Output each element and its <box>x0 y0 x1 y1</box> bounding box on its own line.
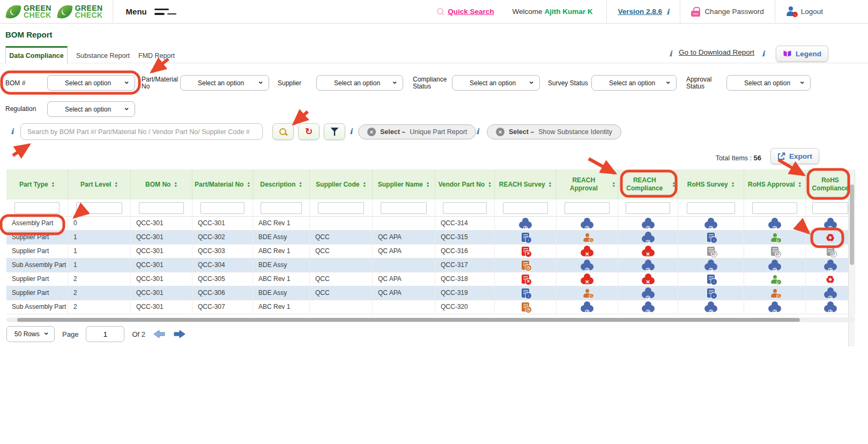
sort-icon[interactable]: ▲▼ <box>798 181 802 188</box>
doc-na-icon[interactable] <box>707 247 715 256</box>
vertical-scrollbar-thumb[interactable] <box>850 184 854 265</box>
show-substance-identity-toggle[interactable]: × Select – Show Substance Identity <box>487 124 621 139</box>
approver-pending-icon[interactable] <box>583 233 592 242</box>
approver-approved-icon[interactable] <box>770 233 780 242</box>
sort-icon[interactable]: ▲▼ <box>51 181 55 188</box>
cell-rohs-approval[interactable] <box>744 272 806 286</box>
info-icon[interactable]: i <box>762 49 765 58</box>
tab-substance-report[interactable]: Substance Report <box>76 52 130 60</box>
cell-reach-approval[interactable] <box>557 217 618 230</box>
cell-reach-survey[interactable] <box>495 217 557 230</box>
cell-reach-approval[interactable] <box>557 258 618 272</box>
legend-button[interactable]: Legend <box>776 46 828 62</box>
cloud-rejected-icon[interactable] <box>642 277 655 284</box>
column-header-supplier-name[interactable]: Supplier Name▲▼ <box>373 169 435 199</box>
info-icon[interactable]: i <box>11 127 13 136</box>
column-filter-input-rohs-compliance[interactable] <box>812 202 848 214</box>
search-button[interactable] <box>272 123 294 140</box>
column-filter-input-supplier-code[interactable] <box>318 202 364 214</box>
cell-reach-survey[interactable] <box>495 231 557 244</box>
cloud-rejected-icon[interactable] <box>581 277 593 284</box>
column-header-description[interactable]: Description▲▼ <box>253 169 310 199</box>
sort-icon[interactable]: ▲▼ <box>548 181 552 188</box>
doc-rejected-icon[interactable] <box>522 275 529 284</box>
cloud-rejected-icon[interactable] <box>581 249 593 256</box>
cell-reach-survey[interactable] <box>495 272 557 286</box>
info-icon[interactable]: i <box>350 127 352 136</box>
greencheck-logo[interactable]: GREEN CHECK <box>5 4 51 20</box>
column-filter-input-part-level[interactable] <box>76 202 122 214</box>
page-number-input[interactable] <box>86 326 124 342</box>
cloud-pending-icon[interactable] <box>581 305 593 312</box>
cloud-pending-icon[interactable] <box>768 263 781 270</box>
version-link[interactable]: Version 2.8.6 <box>618 8 662 16</box>
cloud-pending-icon[interactable] <box>768 221 781 228</box>
supplier-select-control[interactable]: Select an option <box>316 75 403 91</box>
column-header-rohs-survey[interactable]: RoHS Survey▲▼ <box>678 169 744 199</box>
cell-reach-approval[interactable] <box>557 245 618 258</box>
cell-reach-compliance[interactable] <box>618 231 678 244</box>
column-filter-input-reach-compliance[interactable] <box>626 202 670 214</box>
rows-per-page-control[interactable]: 50 Rows <box>6 326 55 342</box>
doc-received-icon[interactable] <box>522 233 529 242</box>
regulation-select[interactable]: Select an option <box>47 101 135 117</box>
cloud-pending-icon[interactable] <box>768 305 781 312</box>
cloud-pending-icon[interactable] <box>824 221 837 228</box>
cell-reach-compliance[interactable] <box>618 217 678 230</box>
cell-reach-compliance[interactable] <box>618 258 678 272</box>
column-filter-input-supplier-name[interactable] <box>381 202 427 214</box>
column-header-vendor-part-no[interactable]: Vendor Part No▲▼ <box>435 169 495 199</box>
refresh-button[interactable] <box>298 123 320 140</box>
cloud-pending-icon[interactable] <box>704 221 717 228</box>
column-header-part-material-no[interactable]: Part/Material No▲▼ <box>192 169 253 199</box>
doc-pending-icon[interactable] <box>522 302 529 312</box>
tab-fmd-report[interactable]: FMD Report <box>138 52 175 60</box>
quick-search-link[interactable]: Quick Search <box>437 8 494 16</box>
horizontal-scrollbar-thumb[interactable] <box>17 318 800 322</box>
filter-button[interactable] <box>324 123 345 140</box>
sort-icon[interactable]: ▲▼ <box>362 181 366 188</box>
cloud-pending-icon[interactable] <box>642 291 655 298</box>
search-input[interactable] <box>20 123 263 140</box>
cloud-pending-icon[interactable] <box>704 263 717 270</box>
column-header-reach-approval[interactable]: REACH Approval▲▼ <box>557 169 618 199</box>
compliance-status-select[interactable]: Select an option <box>452 75 540 91</box>
approval-status-select[interactable]: Select an option <box>726 75 811 91</box>
cloud-pending-icon[interactable] <box>581 221 593 228</box>
column-filter-input-reach-survey[interactable] <box>503 202 548 214</box>
cell-rohs-survey[interactable] <box>678 245 744 258</box>
cell-reach-approval[interactable] <box>557 272 618 286</box>
cell-rohs-approval[interactable] <box>744 217 806 230</box>
cell-reach-survey[interactable] <box>495 258 557 272</box>
sort-icon[interactable]: ▲▼ <box>672 181 676 188</box>
column-filter-input-rohs-approval[interactable] <box>752 202 797 214</box>
recycle-icon[interactable] <box>825 274 836 285</box>
recycle-icon[interactable] <box>825 232 836 243</box>
approver-pending-icon[interactable] <box>583 289 592 298</box>
cell-rohs-approval[interactable] <box>744 258 806 272</box>
column-filter-input-rohs-survey[interactable] <box>687 202 735 214</box>
column-filter-input-vendor-part-no[interactable] <box>443 202 486 214</box>
doc-received-icon[interactable] <box>707 275 715 284</box>
doc-received-icon[interactable] <box>707 288 715 298</box>
cloud-pending-icon[interactable] <box>642 221 655 228</box>
rows-per-page-select[interactable]: 50 Rows <box>6 326 55 342</box>
doc-na-icon[interactable] <box>771 247 778 256</box>
cloud-pending-icon[interactable] <box>519 221 532 228</box>
sort-icon[interactable]: ▲▼ <box>247 181 250 188</box>
cell-reach-compliance[interactable] <box>618 300 678 314</box>
sort-icon[interactable]: ▲▼ <box>731 181 735 188</box>
sort-icon[interactable]: ▲▼ <box>612 181 615 188</box>
cloud-pending-icon[interactable] <box>581 263 593 270</box>
part-material-select-control[interactable]: Select an option <box>180 75 269 91</box>
bom-select-control[interactable]: Select an option <box>47 75 135 91</box>
column-filter-input-part-material-no[interactable] <box>201 202 245 214</box>
cloud-pending-icon[interactable] <box>642 235 655 242</box>
tab-data-compliance[interactable]: Data Compliance <box>5 46 68 63</box>
bom-select[interactable]: Select an option <box>47 75 135 91</box>
cell-rohs-survey[interactable] <box>678 272 744 286</box>
cloud-pending-icon[interactable] <box>824 305 837 312</box>
part-material-select[interactable]: Select an option <box>180 75 269 91</box>
cloud-rejected-icon[interactable] <box>642 249 655 256</box>
next-page-button[interactable] <box>173 329 186 339</box>
